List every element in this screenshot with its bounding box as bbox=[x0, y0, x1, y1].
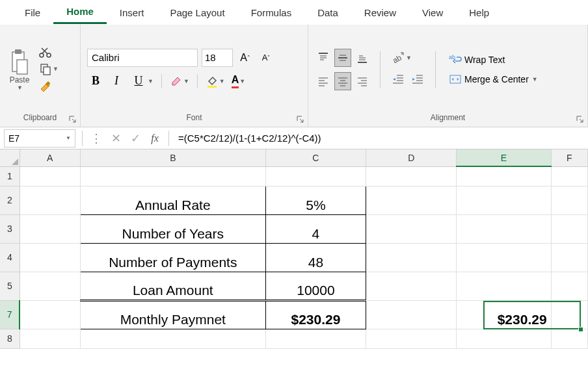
cell-e7[interactable]: $230.29 bbox=[457, 300, 551, 329]
format-painter-button[interactable] bbox=[39, 79, 59, 94]
align-right-icon bbox=[356, 75, 368, 87]
scissors-icon bbox=[39, 45, 52, 58]
wrap-text-label: Wrap Text bbox=[464, 55, 505, 65]
chevron-down-icon: ▼ bbox=[66, 135, 71, 141]
svg-text:ab: ab bbox=[391, 53, 403, 65]
wrap-text-button[interactable]: ab Wrap Text bbox=[445, 53, 542, 67]
paste-label: Paste bbox=[10, 75, 30, 84]
tab-insert[interactable]: Insert bbox=[107, 2, 157, 23]
align-left-icon bbox=[317, 75, 329, 87]
clipboard-launcher[interactable] bbox=[68, 115, 77, 124]
font-name-select[interactable] bbox=[87, 49, 198, 67]
tab-home[interactable]: Home bbox=[53, 1, 107, 24]
orientation-button[interactable]: ab ▼ bbox=[390, 51, 413, 65]
col-header-e[interactable]: E bbox=[457, 149, 551, 166]
indent-left-icon bbox=[392, 73, 405, 85]
cell-b7[interactable]: Monthly Paymnet bbox=[80, 300, 265, 329]
font-size-select[interactable] bbox=[202, 49, 233, 67]
font-launcher[interactable] bbox=[296, 115, 305, 124]
cell-b4[interactable]: Number of Payments bbox=[80, 243, 265, 272]
svg-rect-42 bbox=[450, 75, 461, 83]
paste-button[interactable]: Paste ▼ bbox=[7, 45, 33, 94]
align-bottom-button[interactable] bbox=[354, 49, 371, 67]
svg-rect-8 bbox=[207, 86, 217, 88]
paste-icon bbox=[9, 48, 30, 75]
name-box-value: E7 bbox=[8, 133, 20, 144]
tab-review[interactable]: Review bbox=[351, 2, 409, 23]
cut-button[interactable] bbox=[39, 45, 59, 58]
row-header-4[interactable]: 4 bbox=[0, 243, 20, 272]
cell-c2[interactable]: 5% bbox=[265, 186, 366, 214]
col-header-f[interactable]: F bbox=[551, 149, 587, 166]
alignment-group-label: Alignment bbox=[315, 111, 581, 125]
merge-center-button[interactable]: Merge & Center ▼ bbox=[445, 72, 542, 86]
alignment-launcher[interactable] bbox=[576, 115, 585, 124]
row-header-8[interactable]: 8 bbox=[0, 329, 20, 348]
align-right-button[interactable] bbox=[354, 72, 371, 90]
cell-b2[interactable]: Annual Rate bbox=[80, 186, 265, 214]
ribbon: Paste ▼ ▼ Clipboard bbox=[0, 25, 588, 127]
align-center-button[interactable] bbox=[334, 72, 351, 90]
fill-handle[interactable] bbox=[578, 327, 583, 332]
align-bottom-icon bbox=[356, 52, 368, 64]
name-box[interactable]: E7 ▼ bbox=[4, 129, 75, 147]
chevron-down-icon: ▼ bbox=[219, 78, 225, 84]
font-color-button[interactable]: A ▼ bbox=[230, 74, 247, 88]
increase-indent-button[interactable] bbox=[409, 70, 426, 88]
tab-view[interactable]: View bbox=[409, 2, 456, 23]
row-header-3[interactable]: 3 bbox=[0, 214, 20, 243]
formula-cancel-button[interactable]: ✕ bbox=[106, 131, 126, 146]
row-header-2[interactable]: 2 bbox=[0, 186, 20, 214]
align-left-button[interactable] bbox=[315, 72, 332, 90]
borders-button[interactable]: ▼ bbox=[168, 75, 191, 88]
col-header-a[interactable]: A bbox=[20, 149, 80, 166]
col-header-c[interactable]: C bbox=[265, 149, 366, 166]
bold-button[interactable]: B bbox=[87, 72, 104, 90]
cell-c4[interactable]: 48 bbox=[265, 243, 366, 272]
font-group-label: Font bbox=[87, 111, 301, 125]
tab-file[interactable]: File bbox=[12, 2, 53, 23]
merge-icon bbox=[449, 73, 462, 85]
clipboard-group-label: Clipboard bbox=[7, 111, 74, 125]
col-header-d[interactable]: D bbox=[366, 149, 457, 166]
col-header-b[interactable]: B bbox=[80, 149, 265, 166]
align-top-button[interactable] bbox=[315, 49, 332, 67]
row-header-5[interactable]: 5 bbox=[0, 272, 20, 300]
align-middle-button[interactable] bbox=[334, 49, 351, 67]
select-all-corner[interactable] bbox=[0, 149, 20, 166]
underline-button[interactable]: U▼ bbox=[129, 72, 155, 90]
cell-b3[interactable]: Number of Years bbox=[80, 214, 265, 243]
formula-enter-button[interactable]: ✓ bbox=[126, 131, 145, 146]
decrease-indent-button[interactable] bbox=[390, 70, 407, 88]
decrease-font-button[interactable]: A˅ bbox=[258, 49, 274, 67]
copy-icon bbox=[39, 62, 52, 75]
tab-pagelayout[interactable]: Page Layout bbox=[157, 2, 237, 23]
formula-input[interactable] bbox=[173, 133, 588, 144]
formula-more-button[interactable]: ⋮ bbox=[87, 131, 106, 146]
ribbon-group-clipboard: Paste ▼ ▼ Clipboard bbox=[0, 25, 81, 127]
tab-formulas[interactable]: Formulas bbox=[238, 2, 305, 23]
eraser-icon bbox=[170, 75, 183, 88]
fill-color-button[interactable]: ▼ bbox=[204, 75, 226, 88]
row-header-1[interactable]: 1 bbox=[0, 166, 20, 186]
align-middle-icon bbox=[337, 52, 349, 64]
ribbon-group-font: A˄ A˅ B I U▼ ▼ ▼ bbox=[81, 25, 308, 127]
chevron-down-icon: ▼ bbox=[148, 78, 154, 84]
increase-font-button[interactable]: A˄ bbox=[237, 49, 254, 67]
svg-rect-1 bbox=[15, 49, 21, 54]
spreadsheet-grid[interactable]: A B C D E F 1 2 Annual Rate 5% 3 Number … bbox=[0, 149, 588, 349]
italic-button[interactable]: I bbox=[108, 72, 125, 90]
copy-button[interactable]: ▼ bbox=[39, 62, 59, 75]
tab-data[interactable]: Data bbox=[304, 2, 351, 23]
row-header-7[interactable]: 7 bbox=[0, 300, 20, 329]
insert-function-button[interactable]: fx bbox=[145, 131, 165, 146]
cell-c5[interactable]: 10000 bbox=[265, 272, 366, 300]
cell-c7[interactable]: $230.29 bbox=[265, 300, 366, 329]
chevron-down-icon: ▼ bbox=[406, 55, 412, 61]
tab-help[interactable]: Help bbox=[456, 2, 502, 23]
tab-bar: File Home Insert Page Layout Formulas Da… bbox=[0, 0, 588, 25]
cell-b5[interactable]: Loan Amount bbox=[80, 272, 265, 300]
cell-c3[interactable]: 4 bbox=[265, 214, 366, 243]
align-top-icon bbox=[317, 52, 329, 64]
chevron-down-icon: ▼ bbox=[17, 84, 23, 91]
